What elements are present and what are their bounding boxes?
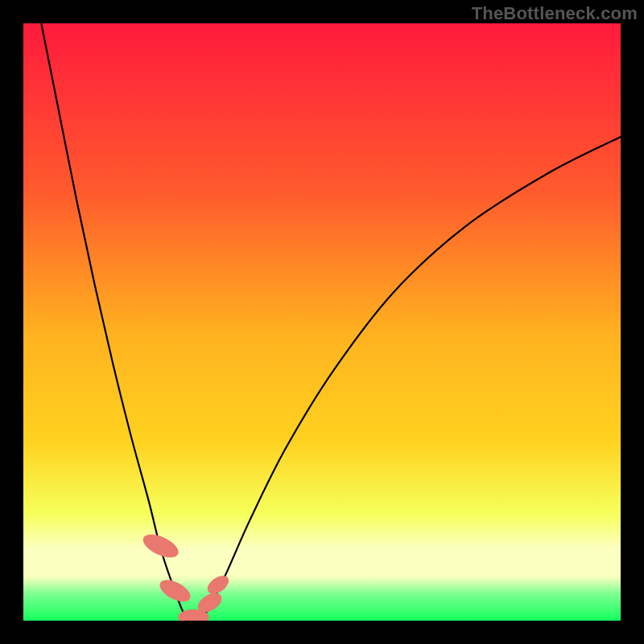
attribution-text: TheBottleneck.com bbox=[472, 3, 638, 24]
chart-plot-area bbox=[23, 23, 621, 621]
gradient-background bbox=[23, 23, 621, 621]
outer-frame: TheBottleneck.com bbox=[0, 0, 644, 644]
chart-svg bbox=[23, 23, 621, 621]
